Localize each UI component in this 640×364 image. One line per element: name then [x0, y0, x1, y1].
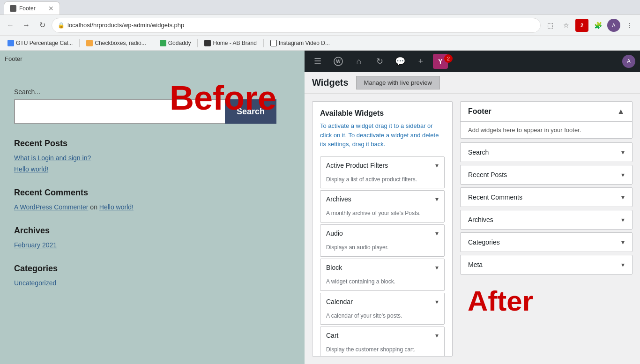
address-bar[interactable]: 🔒 localhost/hrproducts/wp-admin/widgets.…: [52, 18, 541, 33]
footer-widget-recent-comments-chevron: ▾: [621, 193, 625, 201]
footer-widget-recent-comments[interactable]: Recent Comments ▾: [460, 187, 633, 207]
after-label: After: [460, 277, 633, 325]
footer-sidebar-panel: Footer ▲ Add widgets here to appear in y…: [460, 101, 633, 357]
widget-block-title: Block: [326, 264, 342, 271]
category-link-uncategorized[interactable]: Uncategorized: [14, 279, 290, 287]
menu-button[interactable]: ⋮: [623, 19, 636, 32]
recent-comments-title: Recent Comments: [14, 188, 290, 198]
bookmark-godaddy[interactable]: Godaddy: [156, 38, 195, 48]
footer-widget-archives-name: Archives: [468, 216, 493, 223]
footer-sidebar-title: Footer: [468, 107, 491, 116]
categories-title: Categories: [14, 264, 290, 274]
footer-widget-categories-name: Categories: [468, 238, 500, 246]
bookmark-gtu[interactable]: GTU Percentage Cal...: [4, 38, 76, 48]
wp-logo-button[interactable]: W: [330, 53, 347, 70]
account-button[interactable]: A: [607, 19, 620, 32]
footer-widget-recent-posts[interactable]: Recent Posts ▾: [460, 165, 633, 185]
footer-sidebar-description: Add widgets here to appear in your foote…: [461, 122, 632, 138]
recent-post-link-2[interactable]: Hello world!: [14, 165, 290, 173]
recent-posts-title: Recent Posts: [14, 139, 290, 149]
categories-section: Categories Uncategorized: [14, 264, 290, 287]
archives-section: Archives February 2021: [14, 226, 290, 249]
widget-calendar-header[interactable]: Calendar ▾: [320, 293, 444, 310]
footer-widget-search-chevron: ▾: [621, 149, 625, 156]
widget-archives[interactable]: Archives ▾ A monthly archive of your sit…: [320, 190, 445, 223]
customize-button[interactable]: ↻: [371, 53, 388, 70]
widget-calendar-desc: A calendar of your site's posts.: [320, 310, 444, 325]
browser-nav-bar: ← → ↻ 🔒 localhost/hrproducts/wp-admin/wi…: [0, 15, 640, 36]
archives-link-feb2021[interactable]: February 2021: [14, 241, 290, 249]
widget-audio[interactable]: Audio ▾ Displays an audio player.: [320, 224, 445, 257]
bookmark-favicon-abbrand: [204, 40, 211, 46]
widget-archives-chevron: ▾: [435, 195, 439, 203]
footer-widget-search[interactable]: Search ▾: [460, 142, 633, 162]
recent-post-link-1[interactable]: What is Login and sign in?: [14, 154, 290, 162]
widget-block-header[interactable]: Block ▾: [320, 259, 444, 276]
widget-calendar[interactable]: Calendar ▾ A calendar of your site's pos…: [320, 293, 445, 325]
footer-widget-meta[interactable]: Meta ▾: [460, 255, 633, 275]
forward-button[interactable]: →: [20, 19, 33, 32]
browser-tab-footer[interactable]: Footer ✕: [4, 1, 60, 15]
bookmark-button[interactable]: ☆: [559, 19, 573, 32]
browser-tabs-bar: Footer ✕: [0, 0, 640, 15]
comment-on-text: on: [90, 203, 99, 211]
nav-icons-group: ⬚ ☆ 2 🧩 A ⋮: [543, 19, 636, 32]
main-content-area: Footer Before Search... Search Recent Po…: [0, 51, 640, 364]
new-content-button[interactable]: +: [412, 53, 429, 70]
footer-widget-recent-posts-chevron: ▾: [621, 171, 625, 178]
extensions-button[interactable]: 🧩: [591, 19, 604, 32]
bookmark-abbrand[interactable]: Home - AB Brand: [201, 38, 260, 48]
footer-widget-recent-posts-name: Recent Posts: [468, 171, 507, 178]
footer-widget-search-name: Search: [468, 149, 489, 156]
bookmark-checkboxes[interactable]: Checkboxes, radio...: [82, 38, 149, 48]
cast-button[interactable]: ⬚: [543, 19, 557, 32]
widget-audio-title: Audio: [326, 230, 343, 237]
user-avatar[interactable]: A: [622, 55, 635, 68]
comments-icon: 💬: [395, 56, 405, 67]
wp-menu-toggle-button[interactable]: ☰: [309, 53, 326, 70]
footer-sidebar-title-bar[interactable]: Footer ▲: [461, 102, 632, 122]
page-tabs: Manage with live preview: [356, 76, 440, 89]
yoast-label: Y: [438, 58, 442, 65]
bookmark-favicon-checkboxes: [86, 40, 93, 46]
bookmarks-bar: GTU Percentage Cal... Checkboxes, radio.…: [0, 36, 640, 51]
reload-button[interactable]: ↻: [36, 19, 49, 32]
widget-active-product-filters-header[interactable]: Active Product Filters ▾: [320, 157, 444, 174]
view-site-button[interactable]: ⌂: [350, 53, 367, 70]
page-title: Widgets: [312, 77, 349, 88]
recent-comments-section: Recent Comments A WordPress Commenter on…: [14, 188, 290, 211]
extension-colorful-icon[interactable]: 2: [575, 19, 588, 32]
back-button[interactable]: ←: [4, 19, 17, 32]
widget-archives-header[interactable]: Archives ▾: [320, 191, 444, 208]
avatar-initial: A: [627, 58, 631, 65]
bookmark-separator: [79, 39, 80, 47]
widget-archives-desc: A monthly archive of your site's Posts.: [320, 208, 444, 222]
left-panel-before: Footer Before Search... Search Recent Po…: [0, 51, 305, 364]
bookmark-separator-2: [153, 39, 153, 47]
bookmark-separator-3: [197, 39, 198, 47]
widget-audio-header[interactable]: Audio ▾: [320, 225, 444, 242]
commented-post-link[interactable]: Hello world!: [99, 203, 134, 211]
tab-manage-live-preview[interactable]: Manage with live preview: [356, 76, 440, 89]
wordpress-logo-icon: W: [334, 57, 343, 66]
bookmark-label-instagram: Instagram Video D...: [279, 40, 330, 46]
lock-icon: 🔒: [58, 22, 65, 29]
footer-sidebar-header: Footer ▲ Add widgets here to appear in y…: [460, 101, 633, 139]
footer-widget-meta-chevron: ▾: [621, 261, 625, 268]
footer-widget-categories[interactable]: Categories ▾: [460, 232, 633, 252]
bookmark-label-gtu: GTU Percentage Cal...: [16, 40, 73, 46]
before-label: Before: [170, 79, 276, 117]
footer-widget-archives[interactable]: Archives ▾: [460, 210, 633, 230]
available-widgets-description: To activate a widget drag it to a sideba…: [320, 121, 445, 149]
widget-cart-header[interactable]: Cart ▾: [320, 327, 444, 344]
footer-widget-recent-comments-name: Recent Comments: [468, 193, 522, 201]
widget-cart[interactable]: Cart ▾ Display the customer shopping car…: [320, 327, 445, 357]
comments-button[interactable]: 💬: [392, 53, 409, 70]
widget-block[interactable]: Block ▾ A widget containing a block.: [320, 259, 445, 291]
widget-active-product-filters[interactable]: Active Product Filters ▾ Display a list …: [320, 156, 445, 189]
widget-block-chevron: ▾: [435, 264, 439, 271]
bookmark-instagram[interactable]: Instagram Video D...: [267, 38, 334, 48]
tab-close-icon[interactable]: ✕: [48, 5, 54, 12]
home-icon: ⌂: [357, 57, 362, 67]
commenter-link[interactable]: A WordPress Commenter: [14, 203, 88, 211]
